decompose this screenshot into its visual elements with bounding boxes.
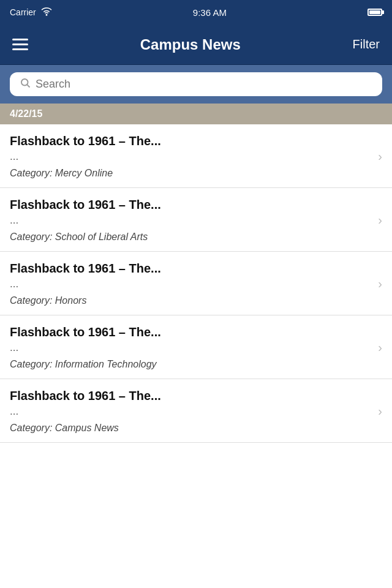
news-item-category: Category: Information Technology: [10, 359, 382, 370]
news-item-category: Category: Campus News: [10, 423, 382, 434]
chevron-right-icon: ›: [378, 213, 382, 227]
news-item-excerpt: ...: [10, 151, 382, 163]
status-left: Carrier: [10, 7, 52, 18]
battery-icon: [368, 9, 382, 16]
search-input[interactable]: [36, 78, 372, 91]
status-bar: Carrier 9:36 AM: [0, 0, 392, 24]
chevron-right-icon: ›: [378, 276, 382, 290]
news-list: Flashback to 1961 – The... ... Category:…: [0, 124, 392, 588]
news-item-3[interactable]: Flashback to 1961 – The... ... Category:…: [0, 315, 392, 379]
news-item-category: Category: Mercy Online: [10, 168, 382, 179]
hamburger-menu-button[interactable]: [12, 39, 28, 50]
news-item-title: Flashback to 1961 – The...: [10, 198, 382, 212]
section-date-header: 4/22/15: [0, 104, 392, 124]
news-item-0[interactable]: Flashback to 1961 – The... ... Category:…: [0, 124, 392, 188]
chevron-right-icon: ›: [378, 149, 382, 163]
news-item-title: Flashback to 1961 – The...: [10, 325, 382, 339]
news-item-excerpt: ...: [10, 405, 382, 418]
page-title: Campus News: [140, 36, 241, 53]
news-item-category: Category: Honors: [10, 295, 382, 306]
wifi-icon: [41, 7, 52, 18]
svg-point-0: [21, 79, 28, 86]
news-item-title: Flashback to 1961 – The...: [10, 134, 382, 148]
news-item-excerpt: ...: [10, 342, 382, 354]
nav-bar: Campus News Filter: [0, 24, 392, 65]
status-right: [368, 9, 382, 16]
filter-button[interactable]: Filter: [353, 37, 380, 51]
svg-line-1: [27, 85, 29, 87]
news-item-category: Category: School of Liberal Arts: [10, 232, 382, 243]
news-item-4[interactable]: Flashback to 1961 – The... ... Category:…: [0, 379, 392, 443]
chevron-right-icon: ›: [378, 404, 382, 418]
search-input-wrapper: [10, 72, 382, 96]
news-item-excerpt: ...: [10, 214, 382, 227]
status-time: 9:36 AM: [193, 7, 227, 18]
search-bar: [0, 65, 392, 104]
chevron-right-icon: ›: [378, 340, 382, 354]
search-icon: [20, 77, 31, 91]
section-date-label: 4/22/15: [10, 108, 42, 119]
news-item-1[interactable]: Flashback to 1961 – The... ... Category:…: [0, 188, 392, 252]
news-item-excerpt: ...: [10, 278, 382, 290]
news-item-title: Flashback to 1961 – The...: [10, 389, 382, 403]
news-item-title: Flashback to 1961 – The...: [10, 262, 382, 276]
carrier-label: Carrier: [10, 7, 36, 17]
news-item-2[interactable]: Flashback to 1961 – The... ... Category:…: [0, 252, 392, 315]
